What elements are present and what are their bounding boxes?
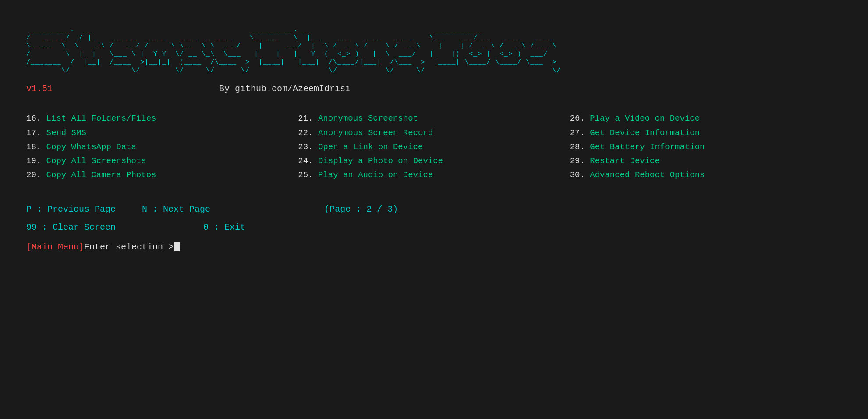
version-label: v1.51 bbox=[26, 84, 53, 94]
menu-col-2: 21. Anonymous Screenshot 22. Anonymous S… bbox=[298, 111, 570, 182]
menu-item-21[interactable]: 21. Anonymous Screenshot bbox=[298, 111, 570, 125]
menu-item-23[interactable]: 23. Open a Link on Device bbox=[298, 140, 570, 154]
menu-item-20[interactable]: 20. Copy All Camera Photos bbox=[26, 168, 298, 182]
author-label: By github.com/AzeemIdrisi bbox=[219, 84, 351, 94]
menu-item-22[interactable]: 22. Anonymous Screen Record bbox=[298, 126, 570, 140]
menu-col-3: 26. Play a Video on Device 27. Get Devic… bbox=[570, 111, 842, 182]
menu-grid: 16. List All Folders/Files 17. Send SMS … bbox=[26, 111, 842, 182]
menu-item-24[interactable]: 24. Display a Photo on Device bbox=[298, 154, 570, 168]
menu-item-25[interactable]: 25. Play an Audio on Device bbox=[298, 168, 570, 182]
bottom-line: 99 : Clear Screen 0 : Exit bbox=[26, 222, 842, 232]
prompt-text: Enter selection > bbox=[84, 242, 174, 252]
navigation-line: P : Previous Page N : Next Page (Page : … bbox=[26, 204, 842, 214]
version-line: v1.51 By github.com/AzeemIdrisi bbox=[26, 84, 842, 94]
prompt-line: [Main Menu] Enter selection > bbox=[26, 242, 842, 252]
menu-col-1: 16. List All Folders/Files 17. Send SMS … bbox=[26, 111, 298, 182]
menu-item-29[interactable]: 29. Restart Device bbox=[570, 154, 842, 168]
menu-item-17[interactable]: 17. Send SMS bbox=[26, 126, 298, 140]
prompt-label: [Main Menu] bbox=[26, 242, 84, 252]
menu-item-30[interactable]: 30. Advanced Reboot Options bbox=[570, 168, 842, 182]
next-page-nav[interactable]: N : Next Page bbox=[142, 204, 210, 214]
cursor-block bbox=[174, 242, 180, 251]
menu-item-26[interactable]: 26. Play a Video on Device bbox=[570, 111, 842, 125]
clear-screen-nav[interactable]: 99 : Clear Screen bbox=[26, 222, 116, 232]
menu-item-19[interactable]: 19. Copy All Screenshots bbox=[26, 154, 298, 168]
page-info: (Page : 2 / 3) bbox=[324, 204, 398, 214]
ascii-banner: _________. __ __________.__ ___________ … bbox=[26, 18, 842, 75]
menu-item-16[interactable]: 16. List All Folders/Files bbox=[26, 111, 298, 125]
prev-page-nav[interactable]: P : Previous Page bbox=[26, 204, 116, 214]
menu-item-18[interactable]: 18. Copy WhatsApp Data bbox=[26, 140, 298, 154]
exit-nav[interactable]: 0 : Exit bbox=[203, 222, 245, 232]
menu-item-28[interactable]: 28. Get Battery Information bbox=[570, 140, 842, 154]
menu-item-27[interactable]: 27. Get Device Information bbox=[570, 126, 842, 140]
